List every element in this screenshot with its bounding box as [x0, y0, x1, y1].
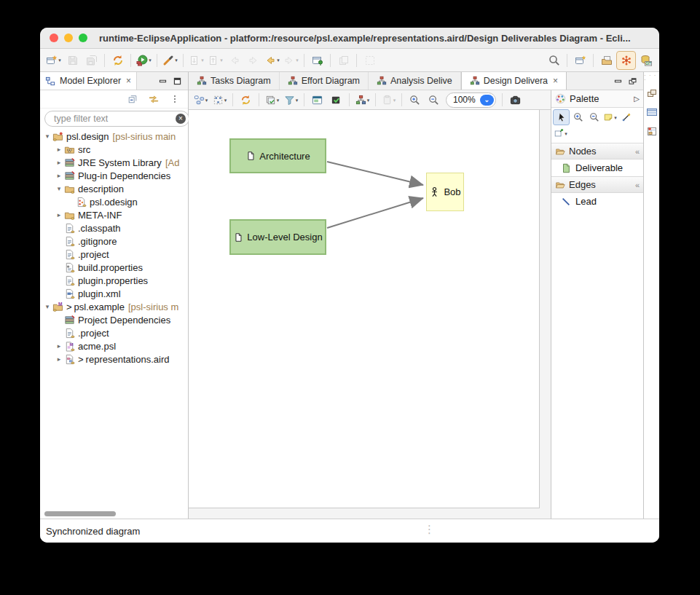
tree-item-plug-in-dependencies[interactable]: ▸Plug-in Dependencies — [40, 169, 188, 182]
tree-item-src[interactable]: ▸src — [40, 143, 188, 156]
note-attachment-tool-button[interactable]: ▾ — [553, 126, 568, 141]
collapse-all-button[interactable] — [123, 90, 141, 108]
select-mode-button[interactable]: ▾ — [211, 91, 229, 109]
git-perspective-button[interactable] — [637, 52, 655, 69]
tab-close-icon[interactable]: × — [553, 76, 558, 86]
tree-item-psl-odesign[interactable]: psl.odesign — [40, 195, 188, 208]
editor-tab-tasks-diagram[interactable]: Tasks Diagram — [189, 72, 280, 90]
strip-drag-handle[interactable]: · · · · — [644, 74, 659, 82]
layers-button[interactable]: ▾ — [263, 91, 281, 109]
drawer-pin-icon[interactable]: « — [635, 181, 640, 189]
arrange-all-button[interactable]: ▾ — [192, 91, 210, 109]
tree-item-description[interactable]: ▾description — [40, 182, 188, 195]
select-tool-button[interactable] — [553, 109, 570, 125]
editor-tab-analysis-delive[interactable]: Analysis Delive — [369, 72, 461, 90]
editor-tab-design-delivera[interactable]: Design Delivera× — [461, 72, 567, 90]
horizontal-scrollbar[interactable] — [40, 509, 188, 519]
external-tools-button[interactable]: ▾ — [161, 52, 179, 69]
tree-item-meta-inf[interactable]: ▸META-INF — [40, 208, 188, 221]
tree-item-project[interactable]: .project — [40, 326, 188, 339]
tree-chevron-icon[interactable]: ▾ — [42, 133, 52, 140]
diagram-node-architecture[interactable]: Architecture — [229, 138, 326, 173]
scrollbar-thumb[interactable] — [44, 511, 116, 516]
view-menu-button[interactable] — [165, 90, 184, 108]
tree-item-psl-design[interactable]: ▾psl.design[psl-sirius main — [40, 130, 188, 143]
minimize-editor-button[interactable] — [613, 76, 623, 86]
minimize-view-button[interactable] — [158, 76, 168, 86]
zoom-level-combo[interactable]: 100%⌄ — [446, 92, 496, 108]
tab-label: Tasks Diagram — [211, 76, 271, 86]
link-with-editor-button[interactable] — [144, 90, 162, 108]
close-window-button[interactable] — [50, 34, 58, 42]
drawer-pin-icon[interactable]: « — [635, 147, 640, 156]
tree-item-plugin-xml[interactable]: plugin.xml — [40, 287, 188, 300]
pin-unpin-elements-button[interactable] — [327, 91, 345, 109]
toolbar-separator — [130, 54, 131, 67]
zoom-in-button[interactable] — [406, 91, 424, 109]
palette-header[interactable]: Palette ▷ — [551, 90, 643, 108]
pin-editor-button[interactable] — [308, 52, 326, 69]
properties-view-button[interactable] — [645, 106, 658, 119]
tree-item-psl-example[interactable]: ▾>psl.example[psl-sirius m — [40, 300, 188, 313]
palette-drawer-edges[interactable]: Edges« — [551, 176, 643, 193]
tree-item-classpath[interactable]: .classpath — [40, 221, 188, 235]
diagram-edge-1[interactable] — [327, 162, 423, 185]
tree-chevron-icon[interactable]: ▸ — [54, 355, 64, 363]
connection-tool-button[interactable] — [618, 110, 634, 125]
run-icon — [136, 55, 148, 66]
ordering-button[interactable]: ▾ — [353, 91, 371, 109]
minimize-window-button[interactable] — [64, 34, 73, 42]
open-perspective-button[interactable] — [571, 52, 589, 69]
interpreter-view-button[interactable] — [645, 125, 658, 138]
refresh-representations-button[interactable] — [109, 52, 127, 69]
tree-item-plugin-properties[interactable]: plugin.properties — [40, 274, 188, 287]
tree-item-acme-psl[interactable]: ▸acme.psl — [40, 339, 188, 352]
palette-tool-deliverable[interactable]: Deliverable — [551, 159, 643, 176]
status-drag-handle[interactable]: ⋮ — [424, 523, 435, 536]
search-button[interactable] — [545, 52, 563, 69]
back-history-button[interactable]: ▾ — [263, 52, 281, 69]
run-button[interactable]: ▾ — [135, 52, 153, 69]
diagram-actor-bob[interactable]: Bob — [426, 173, 464, 211]
palette-drawer-nodes[interactable]: Nodes« — [551, 143, 643, 159]
diagram-canvas[interactable]: ArchitectureLow-Level DesignBob — [189, 110, 540, 508]
refresh-diagram-button[interactable] — [237, 91, 255, 109]
clear-filter-icon[interactable]: × — [176, 114, 186, 124]
diagram-edge-2[interactable] — [327, 198, 423, 228]
restore-views-button[interactable] — [645, 87, 658, 100]
close-icon[interactable]: × — [126, 76, 131, 86]
diagram-node-low-level-design[interactable]: Low-Level Design — [229, 219, 326, 255]
filter-field[interactable]: × — [44, 111, 189, 127]
palette-collapse-arrow-icon[interactable]: ▷ — [634, 95, 640, 103]
zoom-out-button[interactable] — [425, 91, 443, 109]
maximize-view-button[interactable] — [173, 76, 182, 86]
filter-input[interactable] — [52, 113, 173, 125]
tree-chevron-icon[interactable]: ▸ — [54, 211, 64, 218]
palette-tool-lead[interactable]: Lead — [551, 193, 643, 210]
note-tool-button[interactable]: ▾ — [602, 110, 618, 125]
java-perspective-button[interactable] — [597, 52, 616, 69]
export-as-image-button[interactable] — [506, 91, 524, 109]
zoom-in-tool-button[interactable] — [570, 110, 586, 125]
tree-item-jre-system-library[interactable]: ▸JRE System Library[Ad — [40, 156, 188, 169]
editor-tab-effort-diagram[interactable]: Effort Diagram — [280, 72, 369, 90]
tree-item-project-dependencies[interactable]: Project Dependencies — [40, 313, 188, 326]
tree-chevron-icon[interactable]: ▸ — [54, 172, 64, 179]
zoom-out-tool-button[interactable] — [586, 110, 602, 125]
modeling-perspective-button[interactable] — [616, 51, 636, 70]
tree-item-gitignore[interactable]: .gitignore — [40, 235, 188, 248]
tree-chevron-icon[interactable]: ▾ — [54, 185, 64, 192]
tab-model-explorer[interactable]: Model Explorer × — [40, 72, 137, 90]
tree-chevron-icon[interactable]: ▾ — [42, 303, 52, 310]
show-hide-elements-button[interactable] — [308, 91, 326, 109]
zoom-window-button[interactable] — [79, 34, 87, 42]
tree-chevron-icon[interactable]: ▸ — [54, 342, 64, 350]
tree-item-project[interactable]: .project — [40, 248, 188, 261]
tree-item-representations-aird[interactable]: ▸>representations.aird — [40, 352, 188, 366]
filters-button[interactable]: ▾ — [282, 91, 300, 109]
tree-chevron-icon[interactable]: ▸ — [54, 159, 64, 166]
tree-chevron-icon[interactable]: ▸ — [54, 146, 64, 153]
tree-item-build-properties[interactable]: build.properties — [40, 261, 188, 274]
new-wizard-button[interactable]: ▾ — [44, 52, 63, 69]
maximize-editor-button[interactable] — [628, 76, 637, 86]
